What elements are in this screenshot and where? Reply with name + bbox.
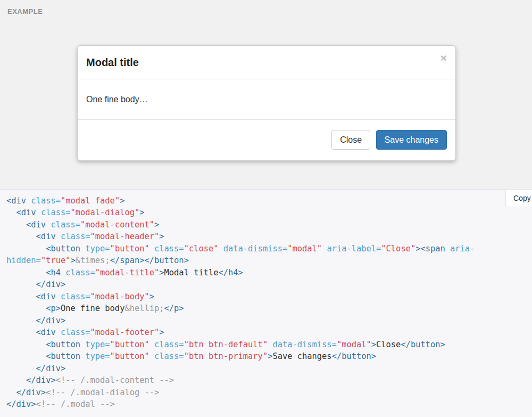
code-line: <div class="modal-body"> [6,291,532,302]
code-token: Close [376,340,401,349]
code-token: "button" [110,351,149,361]
code-token: class= [149,340,184,349]
code-token: <h4 [6,268,61,277]
code-token: "modal" [287,244,322,254]
code-token: </div> [6,388,46,397]
code-token: aria- [445,244,475,254]
close-icon[interactable]: × [440,52,447,63]
code-token: data-dismiss= [219,244,288,254]
code-line: </div> [6,279,532,290]
code-token: </h4> [219,268,243,277]
code-line: hidden="true">&times;</span></button> [6,255,532,266]
code-token: <div [6,208,36,217]
modal-footer: Close Save changes [78,119,455,160]
code-line: <button type="button" class="btn btn-pri… [6,350,532,362]
modal-body-text: One fine body… [86,95,148,104]
code-token: > [139,208,144,217]
modal-header: Modal title × [78,46,455,79]
code-token: hidden= [6,256,41,265]
code-token: "true" [41,256,71,265]
code-token: </div> [6,375,56,385]
code-token: <!-- /.modal-content --> [56,375,174,385]
code-token: type= [80,351,110,361]
code-token: <button [6,351,80,361]
code-token: "button" [110,244,149,254]
code-token: "btn btn-default" [184,340,268,349]
code-token: </div> [6,316,65,325]
code-token: > [154,220,159,230]
code-token: "close" [184,244,219,254]
code-token: &hellip; [124,304,164,313]
code-token: class= [26,196,61,206]
code-token: </button> [401,340,445,349]
code-token: class= [56,328,90,337]
code-token: <div [6,328,56,337]
code-token: "modal-footer" [90,328,160,337]
modal-dialog: Modal title × One fine body… Close Save … [77,45,456,161]
code-token: class= [61,268,95,277]
code-token: <div [6,220,46,230]
code-token: > [159,328,164,337]
code-token: </div> [6,280,65,289]
copy-button[interactable]: Copy [505,189,532,207]
code-token: > [120,196,124,206]
code-token: Save changes [272,351,331,361]
close-button[interactable]: Close [331,130,370,150]
code-token: > [149,292,154,301]
code-token: class= [149,244,184,254]
code-line: <div class="modal-header"> [6,231,532,242]
code-line: </div> [6,315,532,326]
code-token: > [371,340,376,349]
code-token: class= [56,232,90,241]
code-token: type= [80,340,110,349]
code-token: One fine body [61,304,124,313]
modal-title: Modal title [86,56,139,68]
code-token: </button> [332,351,376,361]
code-token: <div [6,232,56,241]
code-lines: <div class="modal fade"> <div class="mod… [6,195,532,410]
code-token: <div [6,292,56,301]
code-token: <button [6,244,80,254]
code-token: Modal title [164,268,219,277]
code-line: </div><!-- /.modal-dialog --> [6,387,532,398]
code-token: type= [80,244,110,254]
code-token: "modal-header" [90,232,160,241]
code-token: aria-label= [322,244,381,254]
code-token: </p> [164,304,184,313]
code-token: class= [56,292,90,301]
code-token: <p> [6,304,61,313]
code-token: <!-- /.modal --> [36,399,115,409]
code-line: <div class="modal-content"> [6,219,532,231]
code-line: <div class="modal-footer"> [6,326,532,338]
code-token: "btn btn-primary" [184,351,268,361]
code-token: <button [6,340,80,349]
code-line: </div><!-- /.modal-content --> [6,374,532,386]
code-line: <button type="button" class="close" data… [6,243,532,255]
code-token: "modal fade" [61,196,120,206]
code-token: "modal-content" [80,220,154,230]
code-line: </div> [6,363,532,374]
code-token: class= [46,220,80,230]
code-token: "button" [110,340,149,349]
save-changes-button[interactable]: Save changes [376,130,447,150]
code-token: "modal-dialog" [70,208,139,217]
code-token: </div> [6,399,36,409]
code-line: <div class="modal fade"> [6,195,532,207]
code-token: > [159,232,164,241]
code-token: > [159,268,164,277]
code-line: <p>One fine body&hellip;</p> [6,302,532,314]
code-line: </div><!-- /.modal --> [6,398,532,410]
code-token: data-dismiss= [268,340,337,349]
code-token: "Close" [381,244,415,254]
code-line: <div class="modal-dialog"> [6,207,532,218]
code-token: </span></button> [110,256,189,265]
code-token: "modal-title" [95,268,159,277]
code-token: "modal-body" [90,292,149,301]
code-token: <div [6,196,26,206]
modal-body: One fine body… [78,79,455,119]
code-line: <button type="button" class="btn btn-def… [6,339,532,350]
code-line: <h4 class="modal-title">Modal title</h4> [6,267,532,279]
code-token: <!-- /.modal-dialog --> [46,388,159,397]
code-token: ><span [415,244,445,254]
code-token: &times; [76,256,110,265]
